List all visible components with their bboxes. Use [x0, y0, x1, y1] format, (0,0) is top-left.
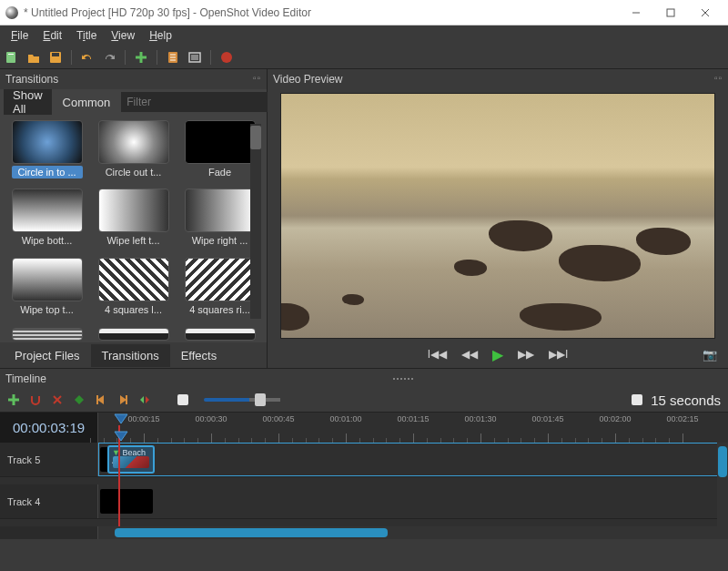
track-label[interactable]: Track 5 [0, 443, 98, 476]
panel-dock-icon[interactable]: ▫▫ [714, 73, 723, 83]
transition-item[interactable] [178, 328, 261, 341]
new-project-button[interactable] [4, 49, 20, 66]
transition-thumbnail [12, 258, 83, 301]
tab-project-files[interactable]: Project Files [4, 344, 91, 367]
svg-rect-22 [126, 395, 127, 404]
filter-input[interactable] [121, 92, 268, 112]
main-toolbar [0, 46, 728, 69]
transition-item[interactable] [92, 328, 175, 341]
menu-bar: File Edit Title View Help [0, 25, 728, 46]
transition-thumbnail [12, 120, 83, 164]
panel-drag-icon[interactable]: ⋯⋯ [392, 372, 414, 385]
transitions-grid: Circle in to ...Circle out t...FadeWipe … [0, 115, 267, 328]
svg-rect-24 [632, 394, 642, 405]
jump-end-button[interactable]: ▶▶I [549, 348, 568, 361]
rewind-button[interactable]: ◀◀ [461, 348, 478, 361]
transition-label: Wipe bott... [12, 234, 83, 247]
menu-view[interactable]: View [104, 27, 142, 44]
marker-button[interactable] [73, 393, 86, 406]
window-maximize-button[interactable] [653, 2, 688, 24]
preview-panel-header: Video Preview ▫▫ [268, 69, 728, 89]
snap-button[interactable] [29, 393, 42, 406]
add-track-button[interactable] [7, 393, 20, 406]
import-files-button[interactable] [133, 49, 149, 66]
zoom-label-icon [631, 393, 643, 406]
open-project-button[interactable] [25, 49, 42, 66]
current-time-display[interactable]: 00:00:03:19 [0, 413, 98, 443]
ruler-tick-label: 00:01:00 [329, 414, 361, 423]
timeline-hscrollbar[interactable] [0, 526, 728, 539]
transition-item[interactable]: Circle in to ... [5, 120, 88, 185]
tab-transitions[interactable]: Transitions [91, 344, 170, 367]
ruler-tick-label: 00:01:30 [464, 414, 496, 423]
center-playhead-button[interactable] [138, 393, 151, 406]
undo-button[interactable] [79, 49, 96, 66]
video-preview-canvas[interactable] [280, 93, 715, 339]
window-minimize-button[interactable] [619, 2, 653, 24]
jump-start-button[interactable]: I◀◀ [428, 348, 447, 361]
next-marker-button[interactable] [116, 393, 129, 406]
timeline-panel-header: Timeline ⋯⋯ [0, 368, 728, 388]
transition-thumbnail [98, 189, 169, 232]
transition-label: Wipe left t... [98, 234, 169, 247]
menu-edit[interactable]: Edit [35, 27, 69, 44]
timeline-ruler[interactable]: 00:00:1500:00:3000:00:4500:01:0000:01:15… [98, 413, 728, 443]
track-4-body[interactable] [98, 484, 728, 518]
export-button[interactable] [218, 49, 235, 66]
window-title: * Untitled Project [HD 720p 30 fps] - Op… [24, 6, 619, 19]
transition-item[interactable]: Wipe left t... [92, 189, 175, 253]
transition-label: Wipe right ... [185, 234, 256, 247]
transition-item[interactable]: 4 squares l... [92, 258, 175, 322]
transition-item[interactable]: 4 squares ri... [178, 258, 261, 322]
playhead[interactable] [118, 443, 120, 526]
transition-item[interactable]: Wipe right ... [178, 189, 261, 253]
timeline-clip[interactable]: ▼ Beach 4 [107, 445, 155, 474]
redo-button[interactable] [101, 49, 117, 66]
forward-button[interactable]: ▶▶ [518, 348, 534, 361]
panel-dock-icon[interactable]: ▫▫ [253, 73, 261, 83]
menu-help[interactable]: Help [142, 27, 179, 44]
svg-rect-4 [6, 52, 15, 63]
transition-item[interactable]: Wipe bott... [5, 189, 88, 253]
razor-button[interactable] [51, 393, 64, 406]
track-5-body[interactable]: ▼ Beach 4 [98, 443, 728, 476]
transition-item[interactable]: Fade [178, 120, 261, 185]
transitions-panel-header: Transitions ▫▫ [0, 69, 267, 89]
zoom-slider-handle[interactable] [255, 393, 266, 406]
svg-point-16 [221, 52, 232, 63]
tab-effects[interactable]: Effects [170, 344, 228, 367]
transition-item[interactable] [5, 328, 88, 341]
track-thumbnail [100, 489, 153, 514]
transition-thumbnail [98, 258, 169, 301]
prev-marker-button[interactable] [95, 393, 107, 406]
ruler-tick-label: 00:00:30 [195, 414, 227, 423]
track-label[interactable]: Track 4 [0, 484, 98, 518]
svg-rect-21 [96, 395, 98, 404]
zoom-slider[interactable] [204, 398, 277, 402]
transition-item[interactable]: Circle out t... [92, 120, 175, 185]
svg-rect-23 [177, 394, 188, 405]
playhead-handle-icon[interactable] [113, 430, 129, 443]
window-close-button[interactable] [688, 2, 723, 24]
profile-button[interactable] [165, 49, 181, 66]
play-button[interactable]: ▶ [492, 346, 503, 363]
transition-label: Fade [185, 166, 256, 178]
transition-label: Wipe top t... [12, 303, 83, 316]
common-tab[interactable]: Common [54, 92, 120, 113]
zoom-reset-button[interactable] [177, 393, 189, 406]
ruler-tick-label: 00:00:45 [262, 414, 294, 423]
transition-thumbnail [185, 189, 256, 232]
snapshot-icon[interactable]: 📷 [703, 348, 717, 362]
svg-rect-15 [191, 55, 198, 60]
menu-title[interactable]: Title [69, 27, 104, 44]
transition-thumbnail [12, 189, 83, 232]
menu-file[interactable]: File [4, 27, 35, 44]
transition-item[interactable]: Wipe top t... [5, 258, 88, 322]
transitions-scrollbar[interactable] [250, 124, 261, 319]
fullscreen-button[interactable] [187, 49, 203, 66]
timeline-vscrollbar[interactable] [717, 443, 728, 526]
transition-label: 4 squares l... [98, 303, 169, 316]
svg-rect-7 [52, 53, 59, 56]
transition-label: 4 squares ri... [185, 303, 256, 316]
save-project-button[interactable] [47, 49, 64, 66]
